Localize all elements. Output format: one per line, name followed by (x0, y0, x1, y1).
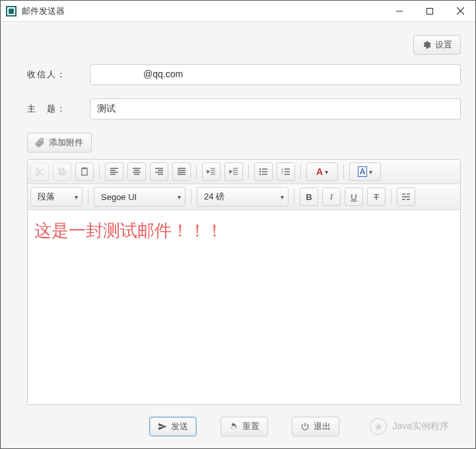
outdent-icon (207, 167, 216, 176)
clipboard-icon (80, 167, 89, 176)
paste-button[interactable] (75, 162, 94, 181)
subject-row: 主 题： (27, 98, 461, 120)
indent-button[interactable] (224, 162, 243, 181)
subject-label: 主 题： (27, 103, 90, 115)
align-justify-button[interactable] (172, 162, 191, 181)
caret-icon: ▾ (281, 193, 284, 201)
scissors-icon (35, 167, 44, 176)
align-right-icon (154, 167, 164, 176)
watermark-text: Java实例程序 (392, 421, 449, 432)
copy-button[interactable] (53, 162, 71, 181)
gear-icon (422, 40, 431, 50)
reset-label: 重置 (242, 421, 259, 432)
svg-rect-4 (61, 170, 65, 175)
italic-icon: I (330, 191, 333, 202)
toolbar-row-1: 12 A▾ A▾ (28, 160, 460, 184)
editor-textarea[interactable]: 这是一封测试邮件！！！ (28, 210, 460, 404)
reset-button[interactable]: 重置 (221, 417, 268, 436)
align-left-button[interactable] (105, 162, 123, 181)
maximize-button[interactable] (415, 1, 445, 22)
font-family-label: Segoe UI (101, 192, 174, 202)
bold-button[interactable]: B (300, 188, 318, 206)
minimize-button[interactable] (384, 1, 415, 22)
svg-rect-6 (82, 168, 87, 176)
caret-icon: ▾ (75, 193, 78, 201)
wechat-icon: ❀ (370, 418, 387, 435)
close-button[interactable] (445, 1, 475, 22)
exit-button[interactable]: 退出 (292, 417, 339, 436)
caret-icon: ▾ (178, 193, 181, 201)
recipient-row: 收信人： (27, 64, 461, 85)
align-center-button[interactable] (127, 162, 146, 181)
underline-icon: U (351, 192, 357, 202)
client-area: 设置 收信人： 主 题： 添加附件 (1, 22, 475, 448)
window-title: 邮件发送器 (22, 5, 65, 17)
align-center-icon (132, 167, 141, 176)
settings-button[interactable]: 设置 (413, 35, 461, 55)
strikethrough-button[interactable]: T (367, 188, 386, 206)
indent-icon (229, 167, 238, 176)
send-icon (158, 422, 167, 431)
app-icon (6, 6, 17, 17)
font-family-dropdown[interactable]: Segoe UI ▾ (94, 187, 186, 207)
svg-text:2: 2 (281, 170, 283, 174)
caret-icon: ▾ (369, 168, 372, 176)
bullet-list-icon (259, 167, 268, 176)
hr-icon (401, 192, 411, 201)
send-label: 发送 (171, 421, 188, 432)
svg-point-8 (259, 168, 261, 170)
text-color-icon: A (316, 166, 323, 177)
highlight-color-button[interactable]: A▾ (349, 162, 381, 181)
strike-icon: T (374, 192, 379, 202)
recipient-input[interactable] (90, 64, 461, 85)
recipient-label: 收信人： (27, 69, 90, 81)
font-size-dropdown[interactable]: 24 磅 ▾ (197, 187, 289, 207)
bold-icon: B (306, 192, 312, 202)
caret-icon: ▾ (325, 168, 328, 176)
titlebar: 邮件发送器 (1, 1, 475, 22)
send-button[interactable]: 发送 (149, 417, 197, 436)
text-color-button[interactable]: A▾ (306, 162, 338, 181)
exit-label: 退出 (314, 421, 331, 432)
watermark: ❀ Java实例程序 (370, 418, 449, 435)
outdent-button[interactable] (202, 162, 221, 181)
reset-icon (229, 422, 238, 431)
copy-icon (57, 167, 67, 176)
highlight-icon: A (358, 166, 368, 177)
underline-button[interactable]: U (345, 188, 363, 206)
align-right-button[interactable] (150, 162, 168, 181)
paragraph-format-label: 段落 (38, 191, 71, 203)
cut-button[interactable] (30, 162, 49, 181)
svg-rect-5 (59, 168, 63, 173)
paragraph-format-dropdown[interactable]: 段落 ▾ (30, 187, 83, 207)
top-actions: 设置 (27, 35, 461, 55)
settings-label: 设置 (435, 39, 452, 51)
number-list-icon: 12 (281, 167, 290, 176)
rich-editor: 12 A▾ A▾ 段落 ▾ Segoe UI (27, 159, 461, 405)
svg-rect-1 (427, 8, 433, 14)
svg-rect-7 (83, 168, 86, 169)
app-window: 邮件发送器 设置 收信人： 主 题： (0, 0, 476, 449)
attach-button[interactable]: 添加附件 (27, 133, 92, 153)
editor-content: 这是一封测试邮件！！！ (34, 221, 223, 240)
footer: 发送 重置 退出 ❀ Java实例程序 (27, 405, 461, 439)
power-icon (300, 422, 310, 431)
svg-point-10 (259, 174, 261, 175)
subject-input[interactable] (90, 98, 461, 120)
attachment-icon (36, 138, 45, 147)
italic-button[interactable]: I (322, 188, 341, 206)
bullet-list-button[interactable] (254, 162, 273, 181)
align-justify-icon (177, 167, 186, 176)
svg-point-9 (259, 171, 261, 172)
align-left-icon (110, 167, 119, 176)
font-size-label: 24 磅 (204, 191, 277, 203)
number-list-button[interactable]: 12 (277, 162, 295, 181)
toolbar-row-2: 段落 ▾ Segoe UI ▾ 24 磅 ▾ B I U T (28, 184, 460, 210)
horizontal-rule-button[interactable] (397, 188, 415, 206)
attach-label: 添加附件 (49, 137, 83, 149)
